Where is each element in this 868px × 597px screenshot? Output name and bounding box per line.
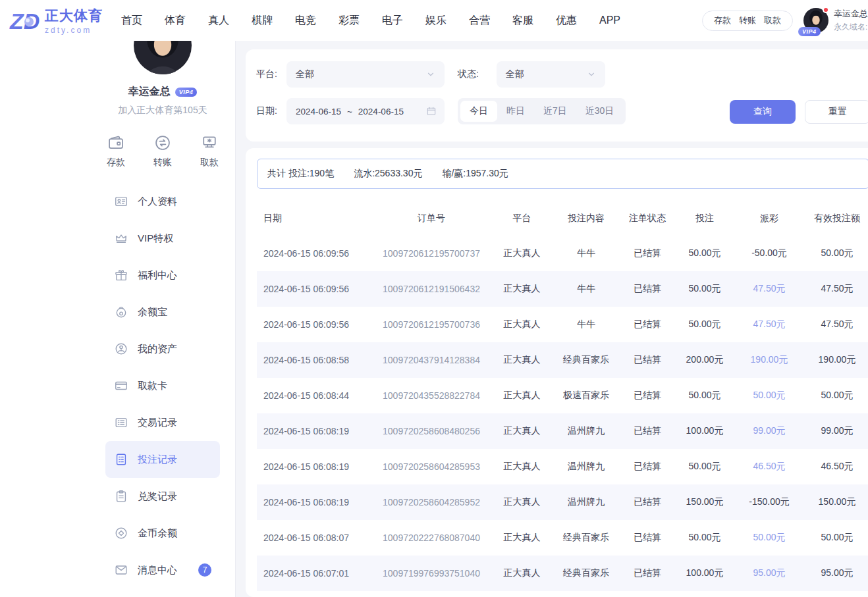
- cell-content: 极速百家乐: [547, 378, 626, 413]
- sidebar-item-取款卡[interactable]: 取款卡: [105, 367, 220, 404]
- quick-action-3[interactable]: 取款: [764, 14, 781, 26]
- table-row: 2024-06-15 06:07:011009719976993751040正大…: [257, 556, 868, 591]
- brand-logo[interactable]: ZD 正大体育 zdty.com: [9, 5, 103, 36]
- nav-item-12[interactable]: APP: [599, 14, 620, 26]
- cell-status: 已结算: [626, 378, 669, 413]
- nav-item-4[interactable]: 棋牌: [252, 14, 273, 28]
- sidebar-item-金币余额[interactable]: 金币余额: [105, 515, 220, 552]
- cell-payout: 50.00元: [740, 520, 798, 556]
- date-label: 日期:: [256, 105, 277, 117]
- profile-joined-days: 加入正大体育第105天: [105, 105, 220, 117]
- table-row: 2024-06-15 06:08:191009720258604285953正大…: [257, 449, 868, 484]
- sidebar-item-福利中心[interactable]: 福利中心: [105, 257, 220, 294]
- message-icon: [114, 563, 128, 577]
- nav-item-8[interactable]: 娱乐: [425, 14, 447, 28]
- sidebar-item-交易记录[interactable]: 交易记录: [105, 404, 220, 441]
- search-button[interactable]: 查询: [730, 100, 796, 124]
- notification-dot: [823, 7, 829, 13]
- cell-status: 已结算: [626, 342, 669, 378]
- header-user-domain-note: 永久域名:: [834, 22, 868, 33]
- profile-action-存款[interactable]: 存款: [107, 134, 125, 169]
- range-昨日[interactable]: 昨日: [497, 101, 534, 122]
- table-row: 2024-06-15 06:08:191009720258608480256正大…: [257, 413, 868, 449]
- sidebar-item-label: 消息中心: [138, 564, 177, 577]
- sidebar-item-兑奖记录[interactable]: 兑奖记录: [105, 478, 220, 515]
- nav-item-2[interactable]: 体育: [165, 14, 186, 28]
- cell-order: 1009720612195700737: [366, 236, 497, 271]
- sidebar-item-label: 金币余额: [138, 527, 177, 540]
- status-select[interactable]: 全部: [497, 61, 605, 88]
- nav-item-3[interactable]: 真人: [208, 14, 229, 28]
- sidebar-item-意见反馈[interactable]: 意见反馈: [105, 588, 220, 597]
- col-header-日期: 日期: [257, 201, 366, 236]
- sidebar-item-label: 交易记录: [138, 417, 177, 429]
- header-user-name: 幸运金总: [834, 8, 868, 20]
- sidebar-item-我的资产[interactable]: 我的资产: [105, 330, 220, 367]
- nav-item-1[interactable]: 首页: [121, 14, 142, 28]
- cell-valid: 46.50元: [798, 449, 868, 484]
- cell-content: 牛牛: [547, 271, 626, 307]
- cell-valid: 150.00元: [798, 484, 868, 520]
- filter-card: 平台: 全部 状态: 全部 日期: 2024-06-15 ~ 2024-06-1…: [246, 49, 868, 142]
- cell-status: 已结算: [626, 484, 669, 520]
- platform-select[interactable]: 全部: [286, 61, 445, 88]
- date-range-input[interactable]: 2024-06-15 ~ 2024-06-15: [286, 98, 445, 124]
- range-近30日[interactable]: 近30日: [576, 101, 624, 122]
- cell-date: 2024-06-15 06:08:19: [257, 413, 366, 449]
- nav-item-11[interactable]: 优惠: [556, 14, 577, 28]
- nav-item-5[interactable]: 电竞: [295, 14, 316, 28]
- summary-item-2: 流水:25633.30元: [354, 168, 422, 180]
- sidebar-item-label: VIP特权: [138, 232, 173, 245]
- cell-content: 牛牛: [547, 236, 626, 271]
- withdraw-icon: [200, 134, 219, 152]
- nav-item-7[interactable]: 电子: [382, 14, 403, 28]
- cell-date: 2024-06-15 06:08:19: [257, 449, 366, 484]
- cell-payout: 46.50元: [740, 449, 798, 484]
- cell-bet: 50.00元: [669, 378, 740, 413]
- cell-bet: 50.00元: [669, 520, 740, 556]
- reset-button[interactable]: 重置: [805, 100, 868, 124]
- sidebar-item-label: 余额宝: [138, 306, 167, 319]
- cell-content: 温州牌九: [547, 413, 626, 449]
- range-今日[interactable]: 今日: [460, 101, 497, 122]
- nav-item-9[interactable]: 合营: [469, 14, 490, 28]
- nav-item-6[interactable]: 彩票: [339, 14, 360, 28]
- header-right: 存款转账取款 VIP4 幸运金总 永久域名:: [702, 8, 868, 33]
- profile-action-取款[interactable]: 取款: [200, 134, 219, 169]
- cell-status: 已结算: [626, 556, 669, 591]
- nav-item-10[interactable]: 客服: [512, 14, 533, 28]
- quick-action-2[interactable]: 转账: [739, 14, 756, 26]
- cell-valid: 50.00元: [798, 236, 868, 271]
- sidebar-item-余额宝[interactable]: 余额宝: [105, 294, 220, 330]
- brand-text: 正大体育 zdty.com: [45, 7, 103, 35]
- sidebar-item-个人资料[interactable]: 个人资料: [105, 183, 220, 220]
- redeem-icon: [114, 489, 128, 504]
- cell-date: 2024-06-15 06:08:07: [257, 520, 366, 556]
- date-to-value: 2024-06-15: [358, 107, 404, 117]
- gift-icon: [114, 268, 128, 282]
- table-row: 2024-06-15 06:09:561009720612191506432正大…: [257, 271, 868, 307]
- sidebar-item-投注记录[interactable]: 投注记录: [105, 441, 220, 478]
- bet-records-table: 日期订单号平台投注内容注单状态投注派彩有效投注额 2024-06-15 06:0…: [257, 201, 868, 591]
- sidebar-item-VIP特权[interactable]: VIP特权: [105, 220, 220, 257]
- piggy-icon: [114, 305, 128, 319]
- gold-coin-icon: [114, 526, 128, 540]
- cell-bet: 50.00元: [669, 449, 740, 484]
- profile-vip-badge: VIP4: [175, 88, 198, 97]
- table-body: 2024-06-15 06:09:561009720612195700737正大…: [257, 236, 868, 591]
- cell-payout: 47.50元: [740, 307, 798, 342]
- col-header-订单号: 订单号: [366, 201, 497, 236]
- sidebar-item-消息中心[interactable]: 消息中心7: [105, 552, 220, 588]
- date-from-value: 2024-06-15: [296, 107, 341, 117]
- range-近7日[interactable]: 近7日: [534, 101, 576, 122]
- cell-content: 温州牌九: [547, 484, 626, 520]
- quick-action-1[interactable]: 存款: [714, 14, 731, 26]
- profile-action-转账[interactable]: 转账: [153, 134, 172, 169]
- cell-platform: 正大真人: [497, 484, 547, 520]
- table-row: 2024-06-15 06:09:561009720612195700737正大…: [257, 236, 868, 271]
- header-user[interactable]: VIP4 幸运金总 永久域名:: [803, 8, 868, 33]
- sidebar-item-label: 福利中心: [138, 269, 177, 282]
- sidebar-item-label: 个人资料: [138, 195, 177, 208]
- cell-platform: 正大真人: [497, 520, 547, 556]
- cell-bet: 50.00元: [669, 271, 740, 307]
